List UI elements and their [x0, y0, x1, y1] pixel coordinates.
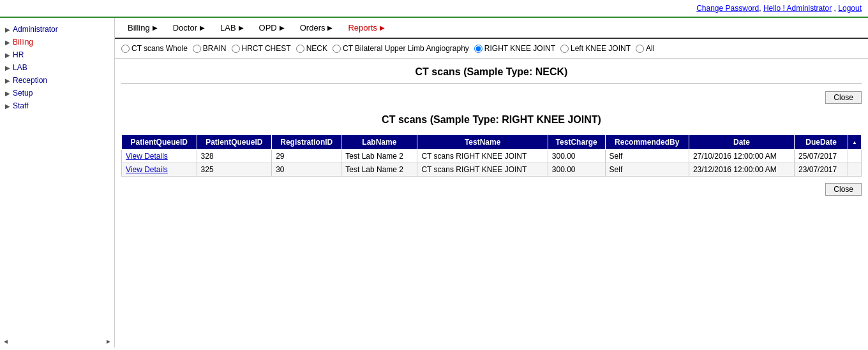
nav-arrow-icon: ▶: [200, 24, 205, 31]
sidebar-item-administrator[interactable]: ▶Administrator: [0, 23, 114, 36]
sidebar-arrow: ▶: [5, 39, 10, 46]
table-cell-0-6: Self: [605, 150, 689, 163]
nav-arrow-icon: ▶: [380, 24, 385, 31]
sidebar-item-staff[interactable]: ▶Staff: [0, 99, 114, 112]
table-cell-1-3: Test Lab Name 2: [341, 163, 417, 177]
scroll-col-cell: [848, 163, 862, 177]
filter-radio-left_knee[interactable]: [560, 45, 569, 53]
sidebar-label: Billing: [13, 38, 33, 47]
filter-radio-hrct_chest[interactable]: [232, 45, 240, 53]
sidebar-arrow: ▶: [5, 52, 10, 59]
sidebar-label: LAB: [13, 63, 27, 72]
main-content: Billing▶Doctor▶LAB▶OPD▶Orders▶Reports▶ C…: [115, 18, 868, 347]
table-cell-0-1: 328: [197, 150, 272, 163]
table-cell-0-0[interactable]: View Details: [122, 150, 197, 163]
col-header-3: LabName: [341, 135, 417, 150]
table-cell-1-0[interactable]: View Details: [122, 163, 197, 177]
nav-menu: Billing▶Doctor▶LAB▶OPD▶Orders▶Reports▶: [115, 18, 868, 39]
nav-label: Reports: [348, 23, 377, 33]
filter-radio-right_knee[interactable]: [474, 45, 483, 53]
sidebar-arrow: ▶: [5, 77, 10, 84]
sidebar-arrow: ▶: [5, 26, 10, 33]
sidebar-arrow: ▶: [5, 90, 10, 97]
filter-option-all[interactable]: All: [636, 44, 654, 53]
filter-label-hrct_chest: HRCT CHEST: [242, 44, 291, 53]
scroll-col-cell: [848, 150, 862, 163]
sidebar-arrow: ▶: [5, 64, 10, 71]
table-cell-0-3: Test Lab Name 2: [341, 150, 417, 163]
nav-arrow-icon: ▶: [153, 24, 158, 31]
sidebar-label: Reception: [13, 76, 47, 85]
table-cell-0-5: 300.00: [548, 150, 605, 163]
filter-label-ct_bilateral: CT Bilateral Upper Limb Angiography: [343, 44, 469, 53]
filter-option-right_knee[interactable]: RIGHT KNEE JOINT: [474, 44, 555, 53]
nav-label: LAB: [220, 23, 236, 33]
data-table-wrapper: PatientQueueIDPatientQueueIDRegistration…: [115, 131, 868, 180]
filter-label-neck: NECK: [306, 44, 327, 53]
filter-label-left_knee: Left KNEE JOINT: [571, 44, 631, 53]
table-row: View Details32530Test Lab Name 2CT scans…: [122, 163, 862, 177]
filter-option-ct_bilateral[interactable]: CT Bilateral Upper Limb Angiography: [333, 44, 469, 53]
filter-option-left_knee[interactable]: Left KNEE JOINT: [560, 44, 631, 53]
close-button-2[interactable]: Close: [825, 183, 862, 196]
hello-admin-link[interactable]: Hello ! Administrator: [763, 4, 832, 13]
table-cell-1-2: 30: [272, 163, 341, 177]
sidebar-item-lab[interactable]: ▶LAB: [0, 61, 114, 74]
filter-radio-neck[interactable]: [296, 45, 304, 53]
sidebar-arrow: ▶: [5, 103, 10, 110]
filter-option-ct_whole[interactable]: CT scans Whole: [121, 44, 188, 53]
sidebar-label: HR: [13, 50, 24, 59]
section2-title: CT scans (Sample Type: RIGHT KNEE JOINT): [115, 106, 868, 131]
col-header-8: DueDate: [795, 135, 848, 150]
filter-radio-brain[interactable]: [193, 45, 201, 53]
nav-item-billing[interactable]: Billing▶: [120, 20, 165, 35]
logout-link[interactable]: Logout: [838, 4, 862, 13]
col-header-2: RegistrationID: [272, 135, 341, 150]
nav-item-orders[interactable]: Orders▶: [292, 20, 341, 35]
sidebar-item-hr[interactable]: ▶HR: [0, 48, 114, 61]
table-cell-1-4: CT scans RIGHT KNEE JOINT: [417, 163, 548, 177]
top-bar: Change Password, Hello ! Administrator ,…: [0, 0, 868, 18]
table-cell-0-7: 27/10/2016 12:00:00 AM: [689, 150, 794, 163]
col-header-1: PatientQueueID: [197, 135, 272, 150]
nav-label: Orders: [300, 23, 326, 33]
filter-label-right_knee: RIGHT KNEE JOINT: [484, 44, 555, 53]
filter-radio-ct_whole[interactable]: [121, 45, 130, 53]
col-header-5: TestCharge: [548, 135, 605, 150]
filter-label-ct_whole: CT scans Whole: [131, 44, 188, 53]
col-header-7: Date: [689, 135, 794, 150]
sidebar-label: Setup: [13, 89, 33, 98]
close-button-1[interactable]: Close: [825, 91, 862, 104]
filter-label-brain: BRAIN: [203, 44, 227, 53]
nav-item-reports[interactable]: Reports▶: [340, 20, 393, 35]
col-header-6: RecommendedBy: [605, 135, 689, 150]
table-cell-1-7: 23/12/2016 12:00:00 AM: [689, 163, 794, 177]
filter-option-neck[interactable]: NECK: [296, 44, 327, 53]
filter-label-all: All: [646, 44, 654, 53]
sidebar-item-reception[interactable]: ▶Reception: [0, 74, 114, 87]
nav-label: Billing: [128, 23, 150, 33]
table-cell-1-8: 23/07/2017: [795, 163, 848, 177]
sidebar-item-setup[interactable]: ▶Setup: [0, 87, 114, 99]
filter-option-brain[interactable]: BRAIN: [193, 44, 227, 53]
filter-radio-all[interactable]: [636, 45, 644, 53]
table-cell-0-4: CT scans RIGHT KNEE JOINT: [417, 150, 548, 163]
col-header-4: TestName: [417, 135, 548, 150]
sidebar-collapse-left[interactable]: ◄: [3, 338, 9, 345]
filter-radio-ct_bilateral[interactable]: [333, 45, 341, 53]
sidebar-label: Staff: [13, 101, 28, 110]
sidebar-collapse-right[interactable]: ►: [105, 338, 112, 345]
table-cell-1-6: Self: [605, 163, 689, 177]
nav-arrow-icon: ▶: [280, 24, 285, 31]
results-table: PatientQueueIDPatientQueueIDRegistration…: [121, 135, 862, 177]
nav-label: OPD: [259, 23, 277, 33]
filter-option-hrct_chest[interactable]: HRCT CHEST: [232, 44, 291, 53]
nav-item-doctor[interactable]: Doctor▶: [165, 20, 213, 35]
col-header-0: PatientQueueID: [122, 135, 197, 150]
nav-label: Doctor: [173, 23, 197, 33]
nav-item-lab[interactable]: LAB▶: [213, 20, 251, 35]
change-password-link[interactable]: Change Password: [696, 4, 759, 13]
nav-item-opd[interactable]: OPD▶: [251, 20, 292, 35]
sidebar-item-billing[interactable]: ▶Billing: [0, 36, 114, 48]
table-cell-0-8: 25/07/2017: [795, 150, 848, 163]
